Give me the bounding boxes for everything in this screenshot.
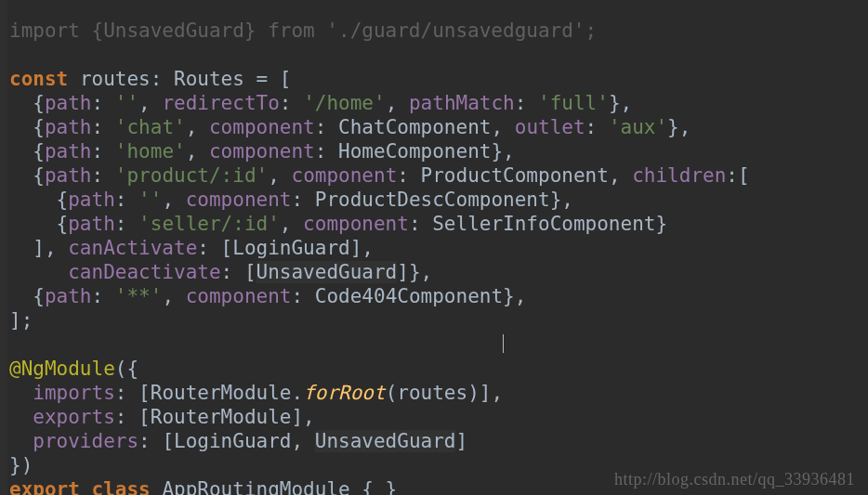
code-line: const routes: Routes = [ xyxy=(9,68,291,90)
code-line: @NgModule({ xyxy=(9,358,138,380)
code-line xyxy=(9,333,504,356)
code-line: ]; xyxy=(9,309,33,332)
code-line: {path: 'seller/:id', component: SellerIn… xyxy=(9,213,667,235)
gutter xyxy=(0,0,7,495)
code-line: exports: [RouterModule], xyxy=(9,406,315,428)
code-line: }) xyxy=(9,454,33,476)
code-line: {path: 'home', component: HomeComponent}… xyxy=(9,140,515,163)
text-cursor xyxy=(503,334,504,353)
watermark: http://blog.csdn.net/qq_33936481 xyxy=(614,470,855,489)
code-line: {path: '', redirectTo: '/home', pathMatc… xyxy=(9,92,632,114)
code-line: {path: '**', component: Code404Component… xyxy=(9,285,526,307)
code-line: {path: '', component: ProductDescCompone… xyxy=(9,189,573,211)
code-line: imports: [RouterModule.forRoot(routes)], xyxy=(9,382,503,404)
code-line: ], canActivate: [LoginGuard], xyxy=(9,237,374,259)
code-line: providers: [LoginGuard, UnsavedGuard] xyxy=(9,430,467,452)
code-line: import {UnsavedGuard} from './guard/unsa… xyxy=(9,20,597,42)
code-line: {path: 'product/:id', component: Product… xyxy=(9,164,750,187)
code-line: canDeactivate: [UnsavedGuard]}, xyxy=(9,261,432,283)
code-editor[interactable]: import {UnsavedGuard} from './guard/unsa… xyxy=(9,0,868,495)
code-line: export class AppRoutingModule { } xyxy=(9,478,397,495)
code-line: {path: 'chat', component: ChatComponent,… xyxy=(9,116,690,138)
